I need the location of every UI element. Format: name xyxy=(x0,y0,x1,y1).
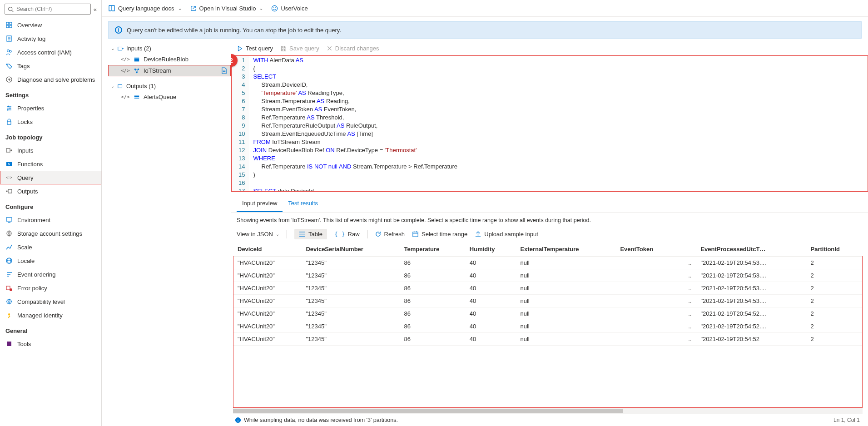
uservoice-link[interactable]: UserVoice xyxy=(271,5,308,12)
label: Discard changes xyxy=(335,45,379,52)
sidebar-item-compatibility-level[interactable]: Compatibility level xyxy=(0,295,101,308)
cell: "HVACUnit20" xyxy=(233,333,301,346)
discard-changes-button: Discard changes xyxy=(327,45,379,52)
column-header[interactable]: Temperature xyxy=(400,242,465,257)
sidebar-item-overview[interactable]: Overview xyxy=(0,18,101,32)
tab-input-preview[interactable]: Input preview xyxy=(237,195,283,212)
error-icon xyxy=(5,284,13,292)
query-language-docs-link[interactable]: Query language docs ⌄ xyxy=(108,5,182,12)
test-query-button[interactable]: Test query xyxy=(237,45,273,52)
sidebar-item-query[interactable]: <·>Query xyxy=(0,171,101,184)
svg-rect-60 xyxy=(118,84,122,88)
input-item-devicerulesblob[interactable]: </>DeviceRulesBlob xyxy=(108,54,231,65)
sidebar-section-header: General xyxy=(0,322,101,337)
open-in-visual-studio-link[interactable]: Open in Visual Studio ⌄ xyxy=(190,5,263,12)
column-header[interactable]: EventToken xyxy=(615,242,678,257)
cell xyxy=(615,269,678,282)
tools-icon xyxy=(5,340,13,347)
search-box[interactable] xyxy=(5,4,91,15)
sidebar-item-locale[interactable]: Locale xyxy=(0,254,101,267)
sidebar-item-managed-identity[interactable]: Managed Identity xyxy=(0,308,101,322)
svg-rect-62 xyxy=(134,97,139,99)
column-header[interactable]: Humidity xyxy=(465,242,516,257)
outputs-tree-header[interactable]: ⌄ Outputs (1) xyxy=(108,81,231,91)
sidebar-item-properties[interactable]: Properties xyxy=(0,101,101,115)
svg-rect-26 xyxy=(6,218,12,221)
label: Table xyxy=(308,231,322,238)
table-row[interactable]: "HVACUnit20""12345"8640null.."2021-02-19… xyxy=(233,307,863,320)
table-row[interactable]: "HVACUnit20""12345"8640null.."2021-02-19… xyxy=(233,257,863,269)
refresh-button[interactable]: Refresh xyxy=(375,231,405,238)
sidebar-item-locks[interactable]: Locks xyxy=(0,115,101,129)
cell: 86 xyxy=(400,307,465,320)
horizontal-scrollbar[interactable] xyxy=(233,408,863,414)
column-header[interactable]: EventProcessedUtcT… xyxy=(696,242,806,257)
label: Locale xyxy=(17,258,35,264)
svg-rect-20 xyxy=(7,121,11,124)
sidebar-item-event-ordering[interactable]: Event ordering xyxy=(0,267,101,281)
divider xyxy=(367,230,367,238)
line-number-gutter: 1234567891011121314151617 xyxy=(231,55,249,192)
add-output-icon[interactable] xyxy=(117,83,124,89)
status-bar: i While sampling data, no data was recei… xyxy=(233,414,863,426)
sidebar-item-error-policy[interactable]: Error policy xyxy=(0,281,101,295)
cell: "HVACUnit20" xyxy=(233,295,301,307)
cell: 2 xyxy=(806,257,863,269)
column-header[interactable] xyxy=(678,242,696,257)
upload-sample-input-button[interactable]: Upload sample input xyxy=(475,231,538,238)
chevron-down-icon: ⌄ xyxy=(111,46,114,51)
label: Compatibility level xyxy=(17,298,65,305)
table-row[interactable]: "HVACUnit20""12345"8640null.."2021-02-19… xyxy=(233,333,863,346)
chevron-down-icon: ⌄ xyxy=(111,84,114,89)
sidebar-item-functions[interactable]: fxFunctions xyxy=(0,157,101,171)
select-time-range-button[interactable]: Select time range xyxy=(412,231,467,238)
sidebar-item-scale[interactable]: Scale xyxy=(0,240,101,254)
label: Activity log xyxy=(17,35,45,42)
sidebar-item-inputs[interactable]: Inputs xyxy=(0,144,101,157)
input-item-iotstream[interactable]: </>IoTStream xyxy=(108,65,231,76)
refresh-icon xyxy=(375,231,382,238)
column-header[interactable]: PartitionId xyxy=(806,242,863,257)
search-input[interactable] xyxy=(16,6,88,12)
tab-test-results[interactable]: Test results xyxy=(283,195,323,212)
info-icon: i xyxy=(115,26,122,34)
collapse-sidebar-button[interactable]: « xyxy=(94,6,97,13)
table-view-button[interactable]: Table xyxy=(294,229,327,239)
column-header[interactable]: ExternalTemperature xyxy=(516,242,615,257)
input-preview-table[interactable]: DeviceIdDeviceSerialNumberTemperatureHum… xyxy=(233,242,863,408)
sidebar-item-outputs[interactable]: Outputs xyxy=(0,184,101,198)
inputs-tree-header[interactable]: ⌄ Inputs (2) xyxy=(108,43,231,54)
sidebar-item-diagnose-and-solve-problems[interactable]: Diagnose and solve problems xyxy=(0,73,101,86)
chevron-down-icon: ⌄ xyxy=(259,6,263,11)
view-in-json-button[interactable]: View in JSON ⌄ xyxy=(237,231,279,238)
smiley-icon xyxy=(271,5,278,12)
add-input-icon[interactable] xyxy=(117,45,124,52)
label: Query xyxy=(17,174,33,181)
queue-icon xyxy=(134,94,140,100)
cell: null xyxy=(516,307,615,320)
sidebar-item-activity-log[interactable]: Activity log xyxy=(0,32,101,45)
label: Inputs (2) xyxy=(126,45,151,52)
sidebar-item-access-control-iam-[interactable]: Access control (IAM) xyxy=(0,45,101,59)
scrollbar-thumb[interactable] xyxy=(233,409,623,413)
sidebar-item-tags[interactable]: Tags xyxy=(0,59,101,73)
raw-view-button[interactable]: { } Raw xyxy=(334,231,360,238)
sidebar-item-storage-account-settings[interactable]: Storage account settings xyxy=(0,227,101,240)
cell: "2021-02-19T20:54:53.... xyxy=(696,295,806,307)
svg-rect-5 xyxy=(10,25,12,28)
output-item-alertsqueue[interactable]: </>AlertsQueue xyxy=(108,91,231,103)
sidebar-item-environment[interactable]: Environment xyxy=(0,213,101,227)
sidebar-item-tools[interactable]: Tools xyxy=(0,337,101,351)
column-header[interactable]: DeviceSerialNumber xyxy=(301,242,399,257)
table-row[interactable]: "HVACUnit20""12345"8640null.."2021-02-19… xyxy=(233,282,863,295)
table-row[interactable]: "HVACUnit20""12345"8640null.."2021-02-19… xyxy=(233,295,863,307)
label: Query language docs xyxy=(118,5,174,12)
storage-icon xyxy=(5,230,13,237)
table-row[interactable]: "HVACUnit20""12345"8640null.."2021-02-19… xyxy=(233,269,863,282)
svg-point-39 xyxy=(10,288,12,291)
iam-icon xyxy=(5,49,13,56)
column-header[interactable]: DeviceId xyxy=(233,242,301,257)
code-content[interactable]: WITH AlertData AS(SELECT Stream.DeviceID… xyxy=(249,55,868,192)
table-row[interactable]: "HVACUnit20""12345"8640null.."2021-02-19… xyxy=(233,320,863,333)
code-editor[interactable]: 1234567891011121314151617 WITH AlertData… xyxy=(231,55,868,192)
